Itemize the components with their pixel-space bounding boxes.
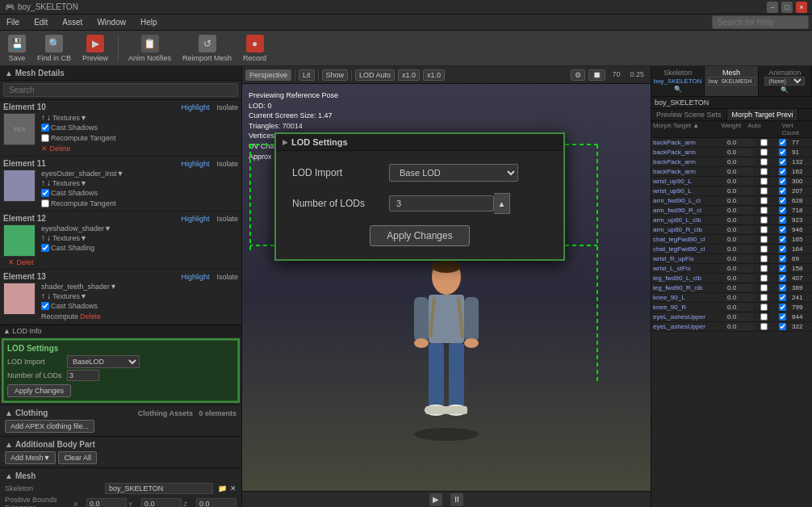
element-12-textures[interactable]: Textures▼: [52, 234, 87, 242]
morph-auto-cb-6[interactable]: [760, 187, 768, 195]
perspective-btn[interactable]: Perspective: [245, 69, 291, 81]
morph-weight-19[interactable]: [726, 313, 754, 321]
morph-weight-16[interactable]: [726, 284, 754, 291]
morph-weight-5[interactable]: [726, 178, 754, 185]
minimize-button[interactable]: −: [767, 2, 778, 13]
skeleton-browse-icon[interactable]: 📁: [218, 484, 227, 492]
show-btn[interactable]: Show: [322, 69, 349, 81]
morph-enabled-cb-18[interactable]: [779, 304, 786, 311]
morph-auto-cb-8[interactable]: [760, 207, 768, 214]
number-of-lods-input[interactable]: [389, 195, 494, 212]
morph-auto-cb-11[interactable]: [760, 236, 768, 243]
reimport-mesh-button[interactable]: ↺ Reimport Mesh: [179, 33, 235, 64]
morph-auto-cb-19[interactable]: [760, 313, 768, 321]
morph-auto-cb-3[interactable]: [760, 158, 768, 166]
morph-auto-cb-1[interactable]: [760, 139, 768, 146]
skeleton-clear-icon[interactable]: ✕: [230, 484, 236, 492]
element-13-highlight[interactable]: Highlight: [181, 273, 209, 281]
menu-asset[interactable]: Asset: [59, 17, 86, 27]
clothing-title[interactable]: ▲ Clothing Clothing Assets 0 elements: [5, 409, 236, 417]
morph-weight-17[interactable]: [726, 294, 754, 301]
morph-enabled-cb-14[interactable]: [779, 265, 786, 272]
animation-select[interactable]: (None): [764, 77, 805, 86]
morph-auto-cb-12[interactable]: [760, 245, 768, 253]
element-12-cast-shadows-cb[interactable]: [41, 244, 49, 252]
element-11-isolate[interactable]: Isolate: [216, 160, 238, 168]
morph-auto-cb-9[interactable]: [760, 216, 768, 224]
morph-weight-8[interactable]: [726, 207, 754, 214]
anim-notifies-button[interactable]: 📋 Anim Notifies: [125, 33, 174, 64]
element-11-highlight[interactable]: Highlight: [181, 160, 209, 168]
viewport-content[interactable]: Previewing Reference Pose LOD: 0 Current…: [242, 84, 651, 507]
morph-auto-cb-17[interactable]: [760, 294, 768, 301]
morph-target-preview-tab[interactable]: Morph Target Previ: [727, 109, 799, 120]
element-13-shader[interactable]: shader_teeth_shader▼: [41, 283, 117, 291]
morph-auto-cb-10[interactable]: [760, 226, 768, 233]
morph-auto-cb-13[interactable]: [760, 255, 768, 262]
morph-weight-6[interactable]: [726, 187, 754, 195]
pause-btn[interactable]: ⏸: [450, 493, 463, 506]
additional-body-title[interactable]: ▲ Additional Body Part: [5, 440, 236, 449]
morph-enabled-cb-15[interactable]: [779, 274, 786, 282]
morph-enabled-cb-1[interactable]: [779, 139, 786, 146]
element-10-down-icon[interactable]: ↓: [47, 113, 51, 122]
morph-weight-15[interactable]: [726, 274, 754, 282]
mesh-section-title[interactable]: ▲ Mesh: [5, 471, 236, 480]
morph-weight-18[interactable]: [726, 304, 754, 311]
morph-auto-cb-18[interactable]: [760, 304, 768, 311]
add-apex-button[interactable]: Add APEX clothing file...: [5, 420, 94, 433]
morph-enabled-cb-3[interactable]: [779, 158, 786, 166]
menu-file[interactable]: File: [3, 17, 23, 27]
morph-weight-9[interactable]: [726, 216, 754, 224]
morph-enabled-cb-5[interactable]: [779, 178, 786, 185]
morph-auto-cb-5[interactable]: [760, 178, 768, 185]
element-11-shader[interactable]: eyesOuter_shader_Inst▼: [41, 170, 123, 178]
vp-ctrl-btn-2[interactable]: 🔲: [588, 69, 605, 81]
tab-skeleton[interactable]: Skeleton boy_SKELETON 🔍: [651, 66, 705, 96]
element-10-delete-btn[interactable]: ✕ Delete: [41, 145, 71, 153]
positive-bounds-z[interactable]: [196, 498, 236, 507]
vp-ctrl-btn-1[interactable]: ⚙: [571, 69, 585, 81]
element-12-down-icon[interactable]: ↓: [47, 233, 51, 242]
morph-enabled-cb-19[interactable]: [779, 313, 786, 321]
save-button[interactable]: 💾 Save: [5, 33, 29, 64]
morph-weight-11[interactable]: [726, 236, 754, 243]
maximize-button[interactable]: □: [781, 2, 793, 13]
morph-enabled-cb-13[interactable]: [779, 255, 786, 262]
morph-weight-2[interactable]: [726, 149, 754, 156]
morph-enabled-cb-16[interactable]: [779, 284, 786, 291]
morph-enabled-cb-8[interactable]: [779, 207, 786, 214]
element-12-highlight[interactable]: Highlight: [181, 215, 209, 223]
find-in-cb-button[interactable]: 🔍 Find in CB: [34, 33, 74, 64]
morph-enabled-cb-4[interactable]: [779, 168, 786, 175]
element-12-delete-btn[interactable]: ✕ Delet: [8, 258, 34, 266]
morph-enabled-cb-17[interactable]: [779, 294, 786, 301]
clear-all-button[interactable]: Clear All: [58, 451, 97, 464]
element-13-isolate[interactable]: Isolate: [216, 273, 238, 281]
preview-button[interactable]: ▶ Preview: [79, 33, 111, 64]
scale2-btn[interactable]: x1.0: [423, 69, 445, 81]
morph-enabled-cb-9[interactable]: [779, 216, 786, 224]
element-10-isolate[interactable]: Isolate: [216, 103, 238, 111]
lod-spinner-up[interactable]: ▲: [494, 193, 510, 214]
element-11-textures[interactable]: Textures▼: [52, 179, 87, 187]
skeleton-search-icon[interactable]: 🔍: [674, 86, 682, 93]
menu-edit[interactable]: Edit: [31, 17, 51, 27]
morph-enabled-cb-7[interactable]: [779, 197, 786, 204]
element-13-up-icon[interactable]: ↑: [41, 291, 45, 300]
number-of-lods-input-small[interactable]: [67, 370, 99, 381]
morph-weight-4[interactable]: [726, 168, 754, 175]
lod-import-select-small[interactable]: BaseLOD: [67, 355, 140, 368]
play-btn[interactable]: ▶: [429, 493, 442, 506]
mesh-tab-input[interactable]: [707, 77, 755, 86]
morph-auto-cb-7[interactable]: [760, 197, 768, 204]
morph-enabled-cb-20[interactable]: [779, 323, 786, 330]
morph-weight-20[interactable]: [726, 323, 754, 330]
lod-apply-button[interactable]: Apply Changes: [370, 225, 469, 246]
mesh-search-input[interactable]: [3, 83, 238, 97]
morph-auto-cb-2[interactable]: [760, 149, 768, 156]
element-10-highlight[interactable]: Highlight: [181, 103, 209, 111]
element-12-isolate[interactable]: Isolate: [216, 215, 238, 223]
close-button[interactable]: ×: [796, 2, 807, 13]
element-10-textures[interactable]: Textures▼: [52, 114, 87, 122]
